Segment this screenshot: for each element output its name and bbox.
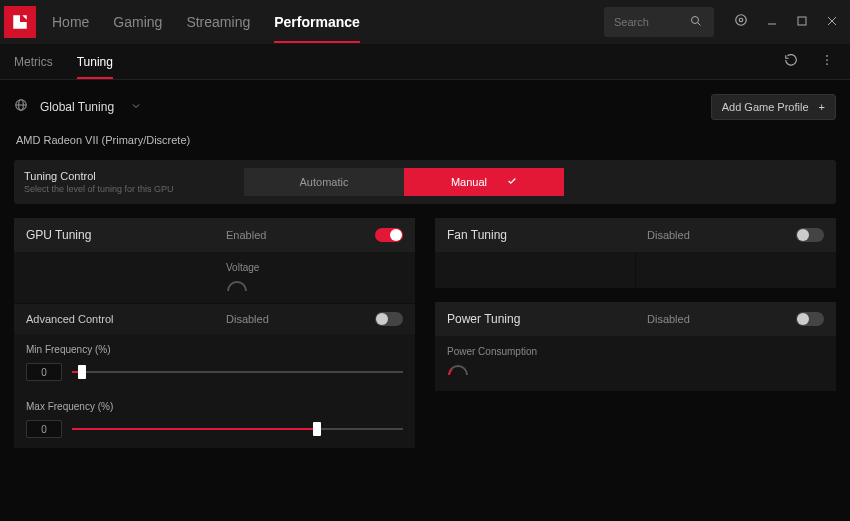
min-freq-label: Min Frequency (%): [26, 344, 403, 355]
amd-logo: [4, 6, 36, 38]
global-tuning-label[interactable]: Global Tuning: [40, 100, 114, 114]
tuning-control-subtitle: Select the level of tuning for this GPU: [24, 184, 244, 194]
search-box[interactable]: [604, 7, 714, 37]
automatic-button[interactable]: Automatic: [244, 168, 404, 196]
svg-point-0: [692, 17, 699, 24]
advanced-control-state: Disabled: [226, 313, 375, 325]
maximize-icon[interactable]: [794, 11, 810, 33]
subnav-tuning[interactable]: Tuning: [77, 45, 113, 79]
plus-icon: +: [819, 101, 825, 113]
nav-home[interactable]: Home: [52, 2, 89, 42]
fan-tuning-toggle[interactable]: [796, 228, 824, 242]
power-tuning-title: Power Tuning: [447, 312, 647, 326]
fan-tuning-panel: Fan Tuning Disabled: [435, 218, 836, 288]
gpu-name: AMD Radeon VII (Primary/Discrete): [14, 134, 836, 146]
power-tuning-toggle[interactable]: [796, 312, 824, 326]
min-freq-value[interactable]: 0: [26, 363, 62, 381]
svg-line-1: [698, 23, 701, 26]
voltage-gauge-icon: [226, 279, 248, 293]
fan-tuning-title: Fan Tuning: [447, 228, 647, 242]
max-freq-label: Max Frequency (%): [26, 401, 403, 412]
check-icon: [507, 176, 517, 188]
advanced-control-title: Advanced Control: [26, 313, 226, 325]
search-icon[interactable]: [688, 11, 704, 33]
chevron-down-icon[interactable]: [130, 98, 142, 116]
more-icon[interactable]: [818, 51, 836, 73]
advanced-control-toggle[interactable]: [375, 312, 403, 326]
gpu-tuning-state: Enabled: [226, 229, 375, 241]
svg-point-3: [736, 15, 747, 26]
svg-point-9: [826, 59, 828, 61]
settings-icon[interactable]: [732, 11, 750, 33]
gpu-tuning-title: GPU Tuning: [26, 228, 226, 242]
svg-rect-5: [798, 17, 806, 25]
reset-icon[interactable]: [782, 51, 800, 73]
power-tuning-panel: Power Tuning Disabled Power Consumption: [435, 302, 836, 391]
manual-button[interactable]: Manual: [404, 168, 564, 196]
gpu-tuning-panel: GPU Tuning Enabled Voltage Advanced Cont…: [14, 218, 415, 448]
gpu-tuning-toggle[interactable]: [375, 228, 403, 242]
max-freq-value[interactable]: 0: [26, 420, 62, 438]
minimize-icon[interactable]: [764, 11, 780, 33]
nav-streaming[interactable]: Streaming: [186, 2, 250, 42]
svg-point-2: [739, 18, 743, 22]
fan-tuning-state: Disabled: [647, 229, 796, 241]
subnav-metrics[interactable]: Metrics: [14, 45, 53, 79]
power-consumption-label: Power Consumption: [447, 346, 824, 357]
nav-performance[interactable]: Performance: [274, 2, 360, 42]
svg-point-8: [826, 55, 828, 57]
tuning-control-title: Tuning Control: [24, 170, 244, 182]
power-tuning-state: Disabled: [647, 313, 796, 325]
manual-label: Manual: [451, 176, 487, 188]
power-gauge-icon: [447, 363, 469, 377]
search-input[interactable]: [614, 16, 688, 28]
max-freq-slider[interactable]: [72, 428, 403, 430]
globe-icon: [14, 98, 28, 116]
close-icon[interactable]: [824, 11, 840, 33]
min-freq-slider[interactable]: [72, 371, 403, 373]
add-game-profile-label: Add Game Profile: [722, 101, 809, 113]
voltage-label: Voltage: [226, 262, 403, 273]
add-game-profile-button[interactable]: Add Game Profile +: [711, 94, 836, 120]
nav-gaming[interactable]: Gaming: [113, 2, 162, 42]
svg-point-10: [826, 63, 828, 65]
